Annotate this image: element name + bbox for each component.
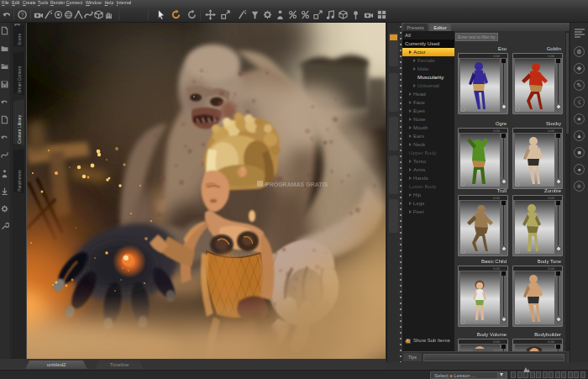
- svg-text:?: ?: [21, 12, 24, 18]
- svg-text:PROGRAMAS GRATIS: PROGRAMAS GRATIS: [265, 182, 328, 187]
